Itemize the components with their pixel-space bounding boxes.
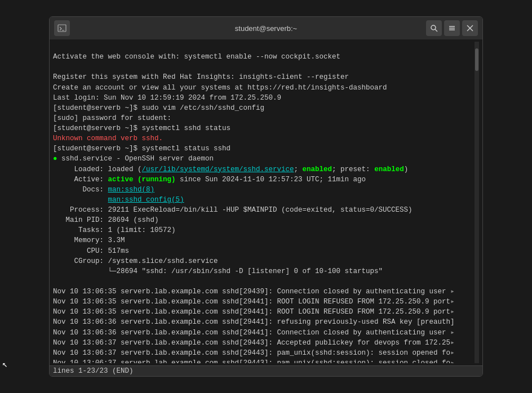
close-button[interactable] (462, 20, 478, 36)
line-11-service: ● sshd.service - OpenSSH server daemon (53, 155, 214, 163)
line-8: [student@serverb ~]$ systemctl sshd stat… (53, 124, 230, 132)
log-5: Nov 10 13:06:36 serverb.lab.example.com … (53, 329, 455, 337)
titlebar-left (54, 20, 70, 36)
log-3: Nov 10 13:06:35 serverb.lab.example.com … (53, 308, 455, 316)
line-14: Docs: man:sshd(8) (53, 186, 154, 194)
line-17: Main PID: 28694 (sshd) (53, 216, 159, 224)
line-6: [student@serverb ~]$ sudo vim /etc/ssh/s… (53, 104, 264, 112)
log-1: Nov 10 13:06:35 serverb.lab.example.com … (53, 288, 455, 296)
line-13: Active: active (running) since Sun 2024-… (53, 176, 366, 184)
svg-line-3 (435, 29, 437, 32)
window-title: student@serverb:~ (235, 24, 297, 33)
terminal-content: Activate the web console with: systemctl… (53, 42, 475, 363)
line-9-error: Unknown command verb sshd. (53, 135, 163, 142)
line-3: Register this system with Red Hat Insigh… (53, 73, 349, 81)
log-8: Nov 10 13:06:37 serverb.lab.example.com … (53, 359, 455, 363)
line-22: └─28694 "sshd: /usr/sbin/sshd -D [listen… (53, 267, 383, 275)
line-18: Tasks: 1 (limit: 10572) (53, 226, 176, 234)
mouse-cursor: ↖ (2, 359, 8, 369)
line-10: [student@serverb ~]$ systemctl status ss… (53, 145, 230, 153)
line-20: CPU: 517ms (53, 247, 129, 255)
line-15: man:sshd_config(5) (53, 196, 184, 204)
scrollbar[interactable] (475, 42, 479, 363)
log-7: Nov 10 13:06:37 serverb.lab.example.com … (53, 349, 455, 357)
terminal-body[interactable]: Activate the web console with: systemctl… (50, 39, 482, 365)
terminal-window: student@serverb:~ (49, 16, 483, 377)
line-19: Memory: 3.3M (53, 236, 125, 244)
search-button[interactable] (426, 20, 442, 36)
scrollbar-thumb[interactable] (475, 48, 478, 71)
log-2: Nov 10 13:06:35 serverb.lab.example.com … (53, 298, 455, 306)
menu-button[interactable] (444, 20, 460, 36)
line-5: Last login: Sun Nov 10 12:59:19 2024 fro… (53, 94, 281, 102)
line-16: Process: 29211 ExecReload=/bin/kill -HUP… (53, 206, 413, 214)
svg-point-2 (431, 25, 436, 30)
status-bar: lines 1-23/23 (END) (50, 365, 482, 376)
line-4: Create an account or view all your syste… (53, 84, 387, 92)
status-text: lines 1-23/23 (END) (53, 367, 134, 375)
log-4: Nov 10 13:06:36 serverb.lab.example.com … (53, 318, 455, 326)
line-12: Loaded: loaded (/usr/lib/systemd/system/… (53, 166, 408, 173)
titlebar: student@serverb:~ (50, 17, 482, 39)
log-6: Nov 10 13:06:37 serverb.lab.example.com … (53, 339, 455, 347)
line-7: [sudo] password for student: (53, 114, 171, 122)
terminal-icon (54, 20, 70, 36)
titlebar-buttons (426, 20, 478, 36)
line-1: Activate the web console with: systemctl… (53, 53, 340, 61)
line-21: CGroup: /system.slice/sshd.service (53, 257, 218, 265)
